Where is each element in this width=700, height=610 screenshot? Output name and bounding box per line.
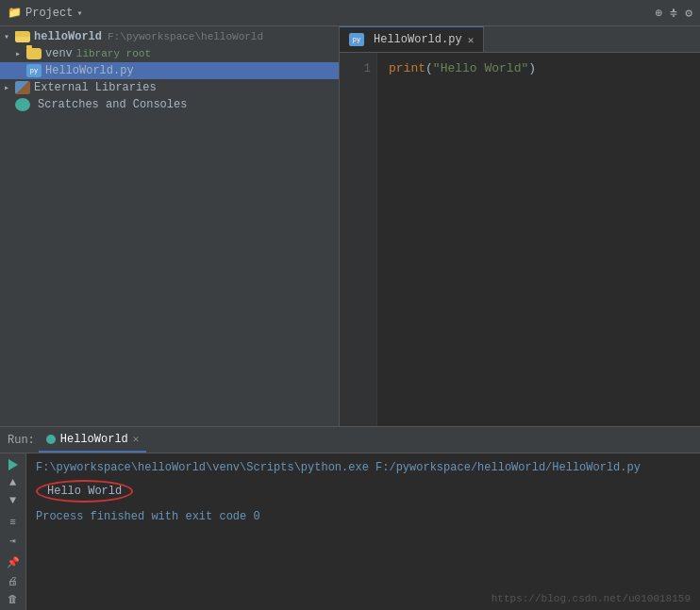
project-sidebar: helloWorld F:\pyworkspace\helloWorld ven… (0, 26, 340, 426)
project-label: Project (25, 7, 73, 20)
output-command-line: F:\pyworkspace\helloWorld\venv\Scripts\p… (36, 459, 691, 476)
tab-close-button[interactable]: ✕ (468, 34, 475, 46)
external-libs-icon (15, 81, 30, 94)
venv-label: venv (45, 47, 73, 60)
top-toolbar: 📁 Project ▾ ⊕ ≑ ⚙ (0, 0, 700, 26)
up-button[interactable]: ▲ (4, 475, 23, 489)
folder-open-icon (15, 31, 30, 42)
expand-arrow-icon (4, 31, 15, 42)
expand-venv-icon (15, 48, 26, 59)
trash-button[interactable]: 🗑 (4, 592, 23, 606)
run-label: Run: (8, 434, 35, 447)
code-close-paren: ) (528, 60, 536, 77)
line-number-1: 1 (340, 60, 371, 77)
pin-button[interactable]: 📌 (4, 555, 23, 569)
line-numbers: 1 (340, 53, 377, 426)
code-line-1: print ( "Hello World" ) (389, 60, 689, 77)
project-folder-icon: 📁 (8, 6, 22, 20)
settings-icon[interactable]: ⚙ (685, 6, 692, 21)
command-text: F:\pyworkspace\helloWorld\venv\Scripts\p… (36, 461, 641, 474)
output-exit-container: Process finished with exit code 0 (36, 508, 691, 525)
sidebar-helloworldpy[interactable]: py HelloWorld.py (0, 62, 339, 79)
scratches-icon (15, 98, 30, 111)
code-open-paren: ( (425, 60, 433, 77)
exit-code-text: Process finished with exit code 0 (36, 510, 260, 523)
output-hello-container: Hello World (36, 478, 691, 504)
helloworld-label: helloWorld (34, 30, 102, 43)
expand-extlibs-icon (4, 82, 15, 93)
add-icon[interactable]: ⊕ (656, 6, 663, 21)
tab-py-icon: py (349, 33, 364, 46)
hello-world-output: Hello World (36, 480, 133, 503)
trash-icon: 🗑 (8, 593, 18, 605)
indent-button[interactable]: ⇥ (4, 534, 23, 548)
main-area: helloWorld F:\pyworkspace\helloWorld ven… (0, 26, 700, 426)
editor-area: py HelloWorld.py ✕ 1 print ( "Hello Worl… (340, 26, 700, 426)
list-icon: ≡ (9, 517, 16, 528)
pin-icon: 📌 (7, 556, 20, 569)
run-tab-close-button[interactable]: ✕ (133, 433, 140, 445)
sidebar-external-libs[interactable]: External Libraries (0, 79, 339, 96)
run-tab-helloworld[interactable]: HelloWorld ✕ (39, 427, 147, 453)
bottom-panel: Run: HelloWorld ✕ ▲ ▼ ≡ (0, 426, 700, 610)
down-button[interactable]: ▼ (4, 494, 23, 508)
external-libs-label: External Libraries (34, 81, 157, 94)
bottom-main: ▲ ▼ ≡ ⇥ 📌 🖨 🗑 (0, 453, 700, 610)
tab-label: HelloWorld.py (374, 33, 462, 46)
run-tab-label: HelloWorld (60, 433, 128, 446)
venv-folder-icon (26, 48, 42, 59)
toolbar-icons: ⊕ ≑ ⚙ (656, 6, 692, 21)
run-indicator-icon (46, 435, 56, 444)
output-area: F:\pyworkspace\helloWorld\venv\Scripts\p… (26, 453, 700, 610)
code-string-arg: "Hello World" (433, 60, 528, 77)
sidebar-helloworld-root[interactable]: helloWorld F:\pyworkspace\helloWorld (0, 28, 339, 45)
helloworldpy-label: HelloWorld.py (45, 64, 134, 77)
project-title: 📁 Project ▾ (8, 6, 82, 20)
print-button[interactable]: 🖨 (4, 574, 23, 588)
code-editor[interactable]: print ( "Hello World" ) (377, 53, 700, 426)
play-button[interactable] (4, 457, 23, 471)
sidebar-venv[interactable]: venv library root (0, 45, 339, 62)
helloworld-path: F:\pyworkspace\helloWorld (108, 31, 263, 42)
play-triangle-icon (8, 459, 18, 470)
up-arrow-icon: ▲ (9, 476, 16, 489)
tab-helloworldpy[interactable]: py HelloWorld.py ✕ (340, 26, 484, 52)
sidebar-scratches[interactable]: Scratches and Consoles (0, 96, 339, 113)
python-file-icon: py (26, 64, 42, 77)
code-print-keyword: print (389, 60, 425, 77)
run-sidebar: ▲ ▼ ≡ ⇥ 📌 🖨 🗑 (0, 453, 26, 610)
indent-icon: ⇥ (9, 535, 16, 547)
scratches-label: Scratches and Consoles (38, 98, 187, 111)
bottom-tabs: Run: HelloWorld ✕ (0, 427, 700, 453)
dropdown-arrow-icon[interactable]: ▾ (76, 8, 82, 19)
editor-tabs: py HelloWorld.py ✕ (340, 26, 700, 53)
list-icon-button[interactable]: ≡ (4, 516, 23, 530)
sync-icon[interactable]: ≑ (670, 6, 677, 21)
editor-content: 1 print ( "Hello World" ) (340, 53, 700, 426)
down-arrow-icon: ▼ (9, 494, 16, 507)
library-root-badge: library root (76, 48, 151, 59)
print-icon: 🖨 (8, 575, 18, 587)
